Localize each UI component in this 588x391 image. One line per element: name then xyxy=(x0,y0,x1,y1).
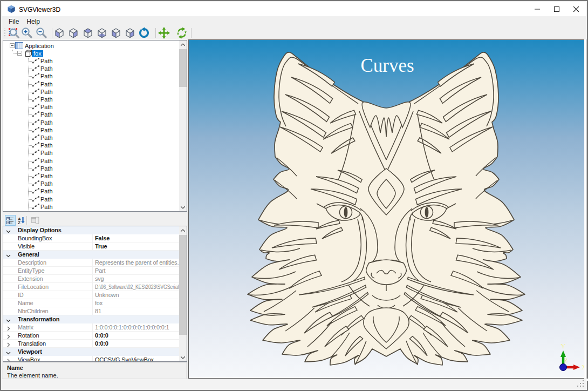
property-value[interactable]: True xyxy=(95,242,179,251)
property-value[interactable]: False xyxy=(95,234,179,242)
view-bottom-button[interactable] xyxy=(95,26,108,39)
tree-item-label[interactable]: Path xyxy=(39,65,54,72)
property-value[interactable]: 81 xyxy=(95,307,179,315)
zoom-window-button[interactable] xyxy=(8,26,20,39)
tree-item-label[interactable]: Path xyxy=(39,165,54,172)
property-category-general[interactable]: General xyxy=(3,251,179,259)
tree-connector-line xyxy=(29,92,32,92)
scroll-up-icon[interactable] xyxy=(179,41,187,49)
resize-grip[interactable] xyxy=(577,380,584,387)
tree-item-label[interactable]: Path xyxy=(39,127,54,133)
property-row-description[interactable]: DescriptionRepresents the parent of enti… xyxy=(3,259,179,267)
tree-item-label[interactable]: Path xyxy=(39,111,54,118)
property-value[interactable]: svg xyxy=(95,275,179,283)
collapse-icon[interactable] xyxy=(6,317,11,322)
tree-item-label[interactable]: Path xyxy=(39,142,54,149)
tree-connector-line xyxy=(13,53,17,54)
property-scrollbar-thumb[interactable] xyxy=(179,235,187,335)
property-row-name[interactable]: Namefox xyxy=(3,299,179,307)
tree-item-label[interactable]: Path xyxy=(39,180,54,187)
property-row-translation[interactable]: Translation0:0:0 xyxy=(3,340,179,348)
property-name: Name xyxy=(3,299,93,307)
property-value[interactable]: fox xyxy=(95,299,179,307)
viewport-3d[interactable]: Y X Z Curves xyxy=(188,39,586,379)
menu-file[interactable]: File xyxy=(5,16,23,26)
view-back-button[interactable] xyxy=(67,26,80,39)
view-left-button[interactable] xyxy=(110,26,122,39)
property-pages-button[interactable] xyxy=(30,215,40,226)
property-name: Extension xyxy=(3,275,93,283)
tree-item-label[interactable]: Path xyxy=(39,104,54,110)
rotate-button[interactable] xyxy=(175,26,188,39)
tree-connector-line xyxy=(29,145,32,146)
property-value[interactable]: Unknown xyxy=(95,291,179,299)
scroll-down-icon[interactable] xyxy=(179,203,187,211)
property-row-entitytype[interactable]: EntityTypePart xyxy=(3,267,179,275)
tree-expander-icon[interactable] xyxy=(17,51,22,56)
view-top-button[interactable] xyxy=(81,26,94,39)
tree-connector-line xyxy=(12,50,13,51)
property-category-transformation[interactable]: Transformation xyxy=(3,315,179,323)
alphabetical-sort-button[interactable]: A Z xyxy=(16,215,27,226)
tree-item-label[interactable]: Path xyxy=(39,134,54,141)
maximize-button[interactable] xyxy=(547,2,566,16)
property-value[interactable]: 0:0:0 xyxy=(95,340,179,348)
property-row-filelocation[interactable]: FileLocationD:\06_Software\02_KES\2023\S… xyxy=(3,283,179,291)
property-row-rotation[interactable]: Rotation0:0:0 xyxy=(3,332,179,340)
property-value[interactable]: D:\06_Software\02_KES\2023\SVGSerial xyxy=(95,283,179,291)
tree-item-label[interactable]: Path xyxy=(39,150,54,156)
tree-item-label[interactable]: Path xyxy=(39,196,54,203)
tree-connector-line xyxy=(29,61,32,62)
tree-item-label[interactable]: Path xyxy=(39,89,54,95)
property-description: Name The element name. xyxy=(3,362,187,380)
tree-scrollbar[interactable] xyxy=(179,41,187,211)
property-row-viewbox[interactable]: ViewBoxOCCSVG.SvgViewBox xyxy=(3,356,179,362)
property-value[interactable]: 0:0:0 xyxy=(95,332,179,340)
property-category-viewport[interactable]: Viewport xyxy=(3,348,179,356)
zoom-out-button[interactable] xyxy=(35,26,48,39)
property-name: ViewBox xyxy=(3,356,93,362)
property-value[interactable]: Represents the parent of entities. xyxy=(95,259,179,267)
property-row-nbrchildren[interactable]: NbrChildren81 xyxy=(3,307,179,315)
titlebar: SVGViewer3D xyxy=(2,2,586,16)
property-category-display-options[interactable]: Display Options xyxy=(3,226,179,234)
reset-view-button[interactable] xyxy=(138,26,151,39)
axis-triad: Y X Z xyxy=(560,342,586,371)
property-toolbar: A Z xyxy=(3,215,187,226)
tree-item-label[interactable]: Path xyxy=(39,119,54,126)
view-right-button[interactable] xyxy=(124,26,136,39)
tree-item-label[interactable]: Path xyxy=(39,73,54,79)
minimize-button[interactable] xyxy=(528,2,547,16)
property-row-extension[interactable]: Extensionsvg xyxy=(3,275,179,283)
tree-expander-icon[interactable] xyxy=(10,43,15,48)
tree-item-label[interactable]: Path xyxy=(39,188,54,194)
property-row-matrix[interactable]: Matrix1:0:0:0:0:1:0:0:0:0:1:0:0:0:0:1 xyxy=(3,323,179,332)
tree-item-label[interactable]: Application xyxy=(23,43,56,49)
tree-item-label[interactable]: Path xyxy=(39,204,54,210)
scroll-up-icon[interactable] xyxy=(179,226,187,234)
tree-item-label[interactable]: Path xyxy=(39,158,54,164)
view-front-button[interactable] xyxy=(53,26,66,39)
tree-item-label[interactable]: Path xyxy=(39,58,54,64)
scroll-down-icon[interactable] xyxy=(179,353,187,361)
property-scrollbar[interactable] xyxy=(179,226,187,361)
zoom-in-button[interactable] xyxy=(20,26,33,39)
tree-item-label[interactable]: fox xyxy=(32,50,43,57)
collapse-icon[interactable] xyxy=(6,252,11,257)
pan-button[interactable] xyxy=(158,26,170,39)
tree-item-label[interactable]: Path xyxy=(39,81,54,87)
tree-item-label[interactable]: Path xyxy=(39,96,54,103)
close-button[interactable] xyxy=(566,2,586,16)
property-value[interactable]: Part xyxy=(95,267,179,275)
menu-help[interactable]: Help xyxy=(23,16,44,26)
property-value[interactable]: 1:0:0:0:0:1:0:0:0:0:1:0:0:0:0:1 xyxy=(95,323,179,332)
property-row-boundingbox[interactable]: BoundingBoxFalse xyxy=(3,234,179,242)
property-value[interactable]: OCCSVG.SvgViewBox xyxy=(95,356,179,362)
collapse-icon[interactable] xyxy=(6,349,11,354)
collapse-icon[interactable] xyxy=(6,228,11,233)
tree-item-label[interactable]: Path xyxy=(39,173,54,179)
property-row-id[interactable]: IDUnknown xyxy=(3,291,179,299)
property-row-visible[interactable]: VisibleTrue xyxy=(3,242,179,251)
tree-scrollbar-thumb[interactable] xyxy=(179,49,187,87)
categorized-button[interactable] xyxy=(5,215,16,226)
